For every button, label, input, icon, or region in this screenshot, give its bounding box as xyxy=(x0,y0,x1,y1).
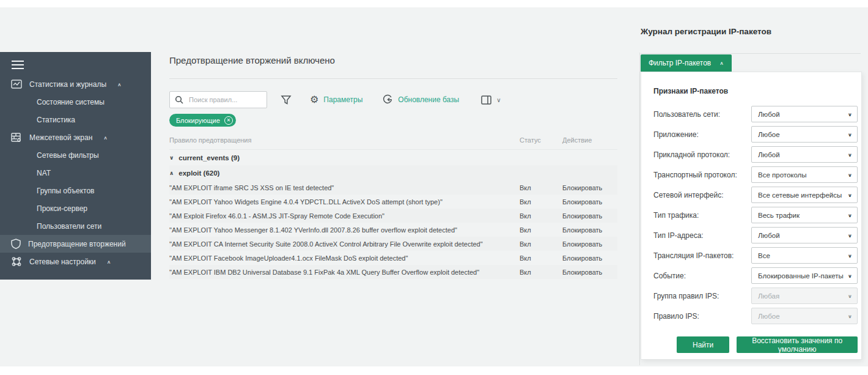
chip-close-icon[interactable]: ✕ xyxy=(224,116,233,125)
columns-icon xyxy=(481,95,491,105)
sidebar-item-label: Статистика xyxy=(37,116,75,124)
stats-journal-icon xyxy=(11,80,22,89)
group-row-exploit[interactable]: ∧ exploit (620) xyxy=(169,165,617,180)
table-row[interactable]: "AM EXPLOIT Yahoo Messenger 8.1.402 YVer… xyxy=(169,223,617,237)
sidebar-item-intrusion-prevention[interactable]: Предотвращение вторжений xyxy=(0,235,151,253)
filter-tab-label: Фильтр IP-пакетов xyxy=(649,59,711,67)
rule-name: "AM EXPLOIT CA Internet Security Suite 2… xyxy=(169,240,520,248)
refresh-icon xyxy=(382,94,393,105)
chevron-down-icon: ∨ xyxy=(848,232,852,238)
select-value: Любой xyxy=(758,111,848,118)
restore-defaults-button[interactable]: Восстановить значения по умолчанию xyxy=(737,336,858,353)
ip-translation-select[interactable]: Все ∨ xyxy=(751,247,858,264)
ip-packet-filter-tab[interactable]: Фильтр IP-пакетов ∧ xyxy=(641,54,732,72)
sidebar-item-label: Группы объектов xyxy=(37,187,94,195)
hamburger-menu-icon[interactable] xyxy=(11,60,151,70)
sidebar-item-proxy-server[interactable]: Прокси-сервер xyxy=(0,199,151,217)
vertical-divider xyxy=(639,53,640,365)
table-row[interactable]: "AM EXPLOIT Facebook ImageUploader4.1.oc… xyxy=(169,251,617,265)
group-row-current-events[interactable]: ∨ current_events (9) xyxy=(169,150,617,165)
event-select[interactable]: Блокированные IP-пакеты ∨ xyxy=(751,267,858,284)
select-value: Любое xyxy=(758,313,848,320)
field-network-interface: Сетевой интерфейс: Все сетевые интерфейс… xyxy=(653,185,858,205)
rule-action: Блокировать xyxy=(562,269,617,276)
ip-packet-filter-panel: Признаки IP-пакетов Пользователь сети: Л… xyxy=(641,72,862,360)
filter-chip-blocking: Блокирующие ✕ xyxy=(169,114,236,127)
rules-table: Правило предотвращения Статус Действие ∨… xyxy=(169,132,617,279)
table-row[interactable]: "AM EXPLOIT iframe SRC JS XSS on IE test… xyxy=(169,180,617,195)
search-input[interactable] xyxy=(188,95,262,104)
field-application-protocol: Прикладной протокол: Любой ∨ xyxy=(653,144,858,165)
field-label: Приложение: xyxy=(653,130,751,139)
sidebar-item-network-filters[interactable]: Сетевые фильтры xyxy=(0,146,151,164)
table-row[interactable]: "AM EXPLOIT CA Internet Security Suite 2… xyxy=(169,237,617,251)
filter-buttons-row: Найти Восстановить значения по умолчанию xyxy=(677,336,858,353)
top-strip xyxy=(0,0,868,7)
table-row[interactable]: "AM EXPLOIT Yahoo Widgets Engine 4.0.4 Y… xyxy=(169,195,617,209)
sidebar-item-firewall[interactable]: Межсетевой экран ∧ xyxy=(0,128,151,146)
find-button[interactable]: Найти xyxy=(677,336,729,353)
ips-rule-select: Любое ∨ xyxy=(751,308,858,324)
firewall-icon xyxy=(11,133,22,143)
sidebar-item-label: Статистика и журналы xyxy=(29,80,106,89)
title-divider xyxy=(169,78,617,79)
parameters-label: Параметры xyxy=(323,95,362,104)
rule-status: Вкл xyxy=(520,212,562,220)
sidebar-item-label: Состояние системы xyxy=(37,98,105,106)
select-value: Все сетевые интерфейсы xyxy=(758,191,848,199)
select-value: Блокированные IP-пакеты xyxy=(758,272,848,280)
field-label: Правило IPS: xyxy=(653,312,751,321)
parameters-button[interactable]: ⚙ Параметры xyxy=(310,95,362,105)
columns-toggle-button[interactable]: ∨ xyxy=(481,95,501,105)
chevron-down-icon: ∨ xyxy=(848,253,852,258)
sidebar-item-label: Сетевые фильтры xyxy=(37,151,99,160)
rule-status: Вкл xyxy=(520,184,562,191)
sidebar-item-network-settings[interactable]: Сетевые настройки ∧ xyxy=(0,253,151,270)
field-ips-rule-group: Группа правил IPS: Любая ∨ xyxy=(653,286,858,306)
field-ip-translation: Трансляция IP-пакетов: Все ∨ xyxy=(653,245,858,265)
section-title: Признаки IP-пакетов xyxy=(653,87,858,95)
rule-action: Блокировать xyxy=(562,212,617,220)
chevron-down-icon: ∨ xyxy=(848,172,852,177)
table-row[interactable]: "AM EXPLOIT IBM DB2 Universal Database 9… xyxy=(169,265,617,279)
select-value: Любая xyxy=(758,292,848,300)
column-header-status: Статус xyxy=(520,136,562,144)
network-user-select[interactable]: Любой ∨ xyxy=(751,106,858,122)
application-select[interactable]: Любое ∨ xyxy=(751,126,858,143)
sidebar-item-label: NAT xyxy=(37,169,51,177)
field-label: Тип IP-адреса: xyxy=(653,231,751,240)
sidebar-item-system-state[interactable]: Состояние системы xyxy=(0,93,151,111)
rule-status: Вкл xyxy=(520,269,562,276)
sidebar-item-nat[interactable]: NAT xyxy=(0,164,151,182)
filter-funnel-icon[interactable] xyxy=(281,94,292,105)
rule-name: "AM Exploit Firefox 46.0.1 - ASM.JS JIT-… xyxy=(169,212,520,220)
chevron-down-icon: ∨ xyxy=(848,111,852,117)
sidebar-item-statistics-journals[interactable]: Статистика и журналы ∧ xyxy=(0,75,151,93)
field-label: Тип трафика: xyxy=(653,211,751,220)
select-value: Любой xyxy=(758,232,848,239)
sidebar: Статистика и журналы ∧ Состояние системы… xyxy=(0,52,151,280)
traffic-type-select[interactable]: Весь трафик ∨ xyxy=(751,207,858,223)
application-protocol-select[interactable]: Любой ∨ xyxy=(751,146,858,163)
rule-name: "AM EXPLOIT iframe SRC JS XSS on IE test… xyxy=(169,184,520,191)
network-interface-select[interactable]: Все сетевые интерфейсы ∨ xyxy=(751,187,858,203)
field-label: Событие: xyxy=(653,272,751,280)
ip-address-type-select[interactable]: Любой ∨ xyxy=(751,227,858,243)
chevron-down-icon: ∨ xyxy=(848,313,852,319)
search-box xyxy=(169,91,267,108)
sidebar-item-statistics[interactable]: Статистика xyxy=(0,111,151,128)
select-value: Весь трафик xyxy=(758,212,848,219)
sidebar-item-network-users[interactable]: Пользователи сети xyxy=(0,217,151,235)
transport-protocol-select[interactable]: Все протоколы ∨ xyxy=(751,166,858,183)
rule-action: Блокировать xyxy=(562,254,617,262)
sidebar-item-label: Прокси-сервер xyxy=(37,204,87,213)
field-label: Прикладной протокол: xyxy=(653,150,751,159)
sidebar-item-object-groups[interactable]: Группы объектов xyxy=(0,182,151,199)
page-title: Предотвращение вторжений включено xyxy=(169,55,617,66)
rule-status: Вкл xyxy=(520,198,562,206)
rule-action: Блокировать xyxy=(562,198,617,206)
field-event: Событие: Блокированные IP-пакеты ∨ xyxy=(653,265,858,286)
database-update-button[interactable]: Обновление базы xyxy=(382,94,459,105)
table-row[interactable]: "AM Exploit Firefox 46.0.1 - ASM.JS JIT-… xyxy=(169,209,617,223)
right-panel-divider xyxy=(641,53,861,54)
